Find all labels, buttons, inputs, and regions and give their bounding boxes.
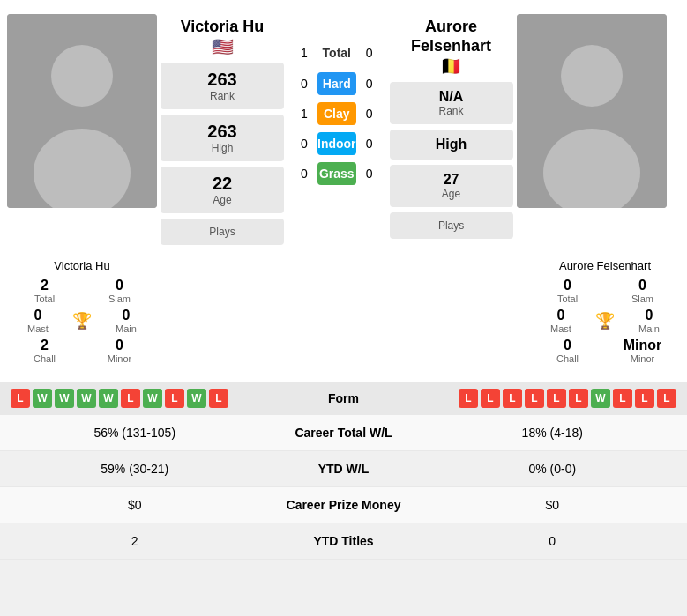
player2-mast-cell: 0 Mast — [530, 308, 592, 334]
player2-main-cell: 0 Main — [618, 308, 680, 334]
form-section: LWWWWLWLWL Form LLLLLLWLLL — [0, 382, 687, 415]
player1-minor-cell: 0 Minor — [82, 338, 157, 364]
player2-age: 27 — [404, 172, 499, 188]
player2-name-below: Aurore Felsenhart — [530, 259, 680, 272]
total-left: 1 — [291, 46, 317, 60]
prize-left: $0 — [14, 498, 256, 512]
form-badge-9: L — [209, 389, 228, 408]
ytd-titles-left: 2 — [14, 534, 256, 548]
form-badge-3: W — [77, 389, 96, 408]
surface-hard: 0 Hard 0 — [291, 72, 383, 95]
player1-high-box: 263 High — [161, 115, 284, 161]
player1-flag: 🇺🇸 — [212, 36, 234, 57]
player2-rank: N/A — [404, 89, 499, 105]
hard-left: 0 — [291, 77, 317, 91]
clay-left: 1 — [291, 107, 317, 121]
form-badge-0: L — [459, 389, 478, 408]
player2-total-cell: 0 Total — [530, 278, 605, 304]
total-label: Total — [317, 46, 356, 60]
form-badge-7: L — [613, 389, 632, 408]
prize-label: Career Prize Money — [256, 498, 432, 512]
form-badge-7: L — [165, 389, 184, 408]
player1-form: LWWWWLWLWL — [11, 389, 291, 408]
form-badge-2: W — [55, 389, 74, 408]
player2-form: LLLLLLWLLL — [397, 389, 677, 408]
player1-name-below: Victoria Hu — [7, 259, 157, 272]
form-badge-5: L — [569, 389, 588, 408]
ytd-wl-right: 0% (0-0) — [432, 462, 674, 476]
indoor-left: 0 — [291, 137, 317, 151]
form-badge-9: L — [657, 389, 676, 408]
center-column: 1 Total 0 0 Hard 0 1 Clay 0 0 Indoor 0 — [287, 14, 386, 245]
ytd-titles-right: 0 — [432, 534, 674, 548]
ytd-wl-left: 59% (30-21) — [14, 462, 256, 476]
player1-plays-box: Plays — [161, 219, 284, 245]
prize-row: $0 Career Prize Money $0 — [0, 487, 687, 523]
player1-rank-box: 263 Rank — [161, 63, 284, 109]
form-badge-8: W — [187, 389, 206, 408]
career-total-row: 56% (131-105) Career Total W/L 18% (4-18… — [0, 415, 687, 451]
indoor-badge: Indoor — [317, 132, 356, 155]
player2-trophy: 🏆 — [592, 311, 618, 330]
form-badge-4: W — [99, 389, 118, 408]
player1-age-box: 22 Age — [161, 167, 284, 213]
surface-indoor: 0 Indoor 0 — [291, 132, 383, 155]
player2-minor-cell: Minor Minor — [605, 338, 680, 364]
player2-slam-cell: 0 Slam — [605, 278, 680, 304]
grass-left: 0 — [291, 167, 317, 181]
player1-info: Victoria Hu 🇺🇸 263 Rank 263 High 22 Age … — [161, 14, 284, 245]
form-badge-3: L — [525, 389, 544, 408]
player2-name-label: Aurore Felsenhart 0 Total 0 Slam 0 Mast … — [530, 259, 680, 367]
player2-flag: 🇧🇪 — [440, 56, 462, 77]
player1-age: 22 — [168, 174, 277, 194]
player2-info: Aurore Felsenhart 🇧🇪 N/A Rank High 27 Ag… — [390, 14, 513, 245]
player1-photo — [7, 14, 157, 208]
player2-high: High — [404, 137, 499, 152]
form-badge-8: L — [635, 389, 654, 408]
surface-grass: 0 Grass 0 — [291, 162, 383, 185]
player1-name: Victoria Hu — [181, 18, 265, 36]
player2-rank-box: N/A Rank — [390, 82, 513, 124]
player1-trophy: 🏆 — [69, 311, 95, 330]
player2-plays-box: Plays — [390, 212, 513, 239]
surface-clay: 1 Clay 0 — [291, 102, 383, 125]
player2-chall-cell: 0 Chall — [530, 338, 605, 364]
player1-total-cell: 2 Total — [7, 278, 82, 304]
svg-point-1 — [51, 45, 113, 107]
grass-right: 0 — [356, 167, 383, 181]
player2-photo — [517, 14, 667, 208]
form-badge-6: W — [143, 389, 162, 408]
total-row: 1 Total 0 — [291, 46, 383, 60]
player1-mast-cell: 0 Mast — [7, 308, 69, 334]
form-badge-4: L — [547, 389, 566, 408]
form-badge-6: W — [591, 389, 610, 408]
form-badge-5: L — [121, 389, 140, 408]
form-badge-1: L — [481, 389, 500, 408]
ytd-titles-row: 2 YTD Titles 0 — [0, 523, 687, 560]
player1-main-cell: 0 Main — [95, 308, 157, 334]
grass-badge: Grass — [317, 162, 356, 185]
total-right: 0 — [356, 46, 383, 60]
ytd-wl-row: 59% (30-21) YTD W/L 0% (0-0) — [0, 451, 687, 487]
player1-rank: 263 — [168, 70, 277, 90]
form-label: Form — [291, 391, 397, 405]
clay-right: 0 — [356, 107, 383, 121]
form-badge-2: L — [503, 389, 522, 408]
player1-high: 263 — [168, 122, 277, 142]
hard-right: 0 — [356, 77, 383, 91]
svg-point-4 — [561, 45, 623, 107]
player1-name-label: Victoria Hu 2 Total 0 Slam 0 Mast 🏆 — [7, 259, 157, 367]
player2-age-box: 27 Age — [390, 165, 513, 207]
prize-right: $0 — [432, 498, 674, 512]
ytd-wl-label: YTD W/L — [256, 462, 432, 476]
form-badge-0: L — [11, 389, 30, 408]
player1-slam-cell: 0 Slam — [82, 278, 157, 304]
form-badge-1: W — [33, 389, 52, 408]
ytd-titles-label: YTD Titles — [256, 534, 432, 548]
clay-badge: Clay — [317, 102, 356, 125]
career-total-right: 18% (4-18) — [432, 426, 674, 440]
player1-chall-cell: 2 Chall — [7, 338, 82, 364]
hard-badge: Hard — [317, 72, 356, 95]
indoor-right: 0 — [356, 137, 383, 151]
career-total-left: 56% (131-105) — [14, 426, 256, 440]
